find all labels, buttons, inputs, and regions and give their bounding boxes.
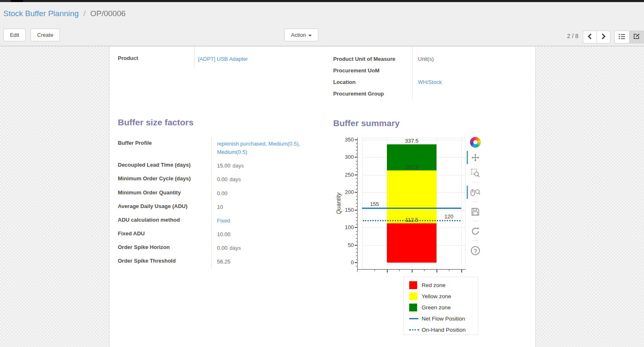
x-minor-tick (399, 270, 400, 271)
field-row-decoupled-lead-time-days: Decoupled Lead Time (days)15.00days (118, 159, 327, 172)
y-minor-tick (356, 213, 358, 214)
field-value-decoupled-lead-time-days: 15.00days (211, 159, 318, 172)
breadcrumb-parent-link[interactable]: Stock Buffer Planning (3, 9, 79, 18)
y-major-tick (355, 192, 358, 193)
legend-label-green-zone: Green zone (422, 304, 451, 311)
pager-previous-button[interactable] (583, 31, 596, 43)
field-label-buffer-profile: Buffer Profile (118, 137, 211, 159)
form-view-icon (634, 34, 640, 39)
y-minor-tick (356, 242, 358, 242)
field-label-order-spike-horizon: Order Spike Horizon (118, 241, 211, 255)
y-tick-label: 350 (339, 136, 354, 143)
legend-label-red-zone: Red zone (422, 282, 446, 288)
v-gridline (461, 138, 462, 269)
chevron-right-icon (601, 34, 606, 39)
create-button[interactable]: Create (31, 29, 60, 41)
field-suffix-decoupled-lead-time-days: days (231, 163, 244, 169)
breadcrumb-current: OP/00006 (90, 9, 126, 18)
legend-dotted-swatch (409, 329, 419, 330)
form-view-button[interactable] (629, 31, 644, 43)
x-minor-tick (374, 270, 375, 271)
buffer-summary-title: Buffer summary (333, 118, 527, 128)
y-minor-tick (356, 249, 358, 249)
zone-label-262.5: 262.5 (387, 164, 436, 170)
help-tool[interactable]: ? (469, 244, 482, 257)
field-row-product-unit-of-measure: Product Unit of MeasureUnit(s) (333, 47, 524, 65)
legend-swatch-yellow-zone (409, 292, 417, 300)
field-text-order-spike-threshold: 56.25 (217, 258, 231, 265)
legend-swatch-red-zone (409, 281, 417, 289)
product-field-group: Product[ADPT] USB Adapter (118, 47, 333, 68)
y-minor-tick (356, 182, 358, 182)
pager-count: 2 / 8 (567, 33, 578, 39)
field-value-procurement-group (412, 88, 524, 99)
wheel-zoom-tool[interactable] (469, 186, 482, 199)
reset-tool[interactable] (469, 225, 482, 237)
line-label-net-flow-position: 155 (362, 201, 387, 208)
toolbar-divider (472, 182, 478, 182)
pan-tool[interactable] (469, 151, 482, 164)
help-tool-icon: ? (471, 246, 480, 255)
y-minor-tick (356, 164, 358, 165)
field-text-fixed-adu: 10.00 (217, 231, 231, 237)
field-value-location: WH/Stock (412, 76, 524, 88)
field-row-order-spike-threshold: Order Spike Threshold56.25 (118, 255, 327, 268)
action-dropdown-button[interactable]: Action (284, 29, 318, 41)
field-link-product[interactable]: [ADPT] USB Adapter (198, 56, 248, 62)
procurement-field-group: Product Unit of MeasureUnit(s)Procuremen… (333, 47, 524, 99)
form-sheet: Product[ADPT] USB Adapter Product Unit o… (109, 47, 536, 347)
x-major-tick (387, 270, 388, 273)
breadcrumb: Stock Buffer Planning / OP/00006 (3, 9, 126, 18)
save-tool[interactable] (469, 206, 482, 218)
x-minor-tick (449, 270, 449, 271)
field-link-buffer-profile[interactable]: replenish purchased, Medium(0.5), Medium… (217, 141, 300, 155)
bokeh-toolbar: ? (467, 136, 482, 260)
zone-yellow-zone (387, 170, 436, 223)
y-tick-label: 300 (339, 154, 354, 160)
field-value-adu-calculation-method: Fixed (211, 214, 318, 227)
field-label-location: Location (333, 76, 412, 88)
y-major-tick (355, 262, 358, 263)
x-minor-tick (424, 270, 425, 271)
toolbar-divider (472, 240, 478, 241)
line-net-flow-position (362, 208, 461, 209)
legend-swatch-green-zone (409, 304, 417, 311)
edit-button[interactable]: Edit (3, 29, 26, 41)
field-label-minimum-order-quantity: Minimum Order Quantity (118, 187, 211, 200)
bokeh-logo[interactable] (469, 136, 482, 148)
legend-line-swatch (409, 318, 418, 319)
box-zoom-tool[interactable] (469, 167, 482, 179)
y-minor-tick (356, 252, 358, 253)
field-label-adu-calculation-method: ADU calculation method (118, 214, 211, 227)
y-minor-tick (356, 178, 358, 179)
list-view-button[interactable] (614, 31, 629, 43)
buffer-summary-chart[interactable]: 050100150200250300350155120112.5262.5337… (335, 136, 484, 276)
x-major-tick (461, 270, 462, 273)
x-major-tick (436, 270, 437, 273)
field-row-buffer-profile: Buffer Profilereplenish purchased, Mediu… (118, 137, 327, 159)
field-label-product: Product (118, 47, 194, 68)
field-value-minimum-order-quantity: 0.00 (211, 187, 318, 200)
y-minor-tick (356, 143, 358, 144)
field-label-decoupled-lead-time-days: Decoupled Lead Time (days) (118, 159, 211, 172)
chevron-left-icon (587, 34, 592, 39)
content-area: Product[ADPT] USB Adapter Product Unit o… (0, 47, 644, 347)
y-minor-tick (356, 171, 358, 172)
field-value-buffer-profile: replenish purchased, Medium(0.5), Medium… (211, 137, 318, 159)
pager-next-button[interactable] (596, 31, 611, 43)
y-major-tick (355, 245, 358, 246)
y-minor-tick (356, 235, 358, 235)
y-minor-tick (356, 266, 358, 266)
field-link-location[interactable]: WH/Stock (418, 79, 442, 85)
y-minor-tick (356, 220, 358, 221)
wheel-zoom-tool-icon (470, 188, 480, 197)
field-suffix-minimum-order-cycle-days: days (227, 176, 241, 182)
field-row-fixed-adu: Fixed ADU10.00 (118, 227, 327, 241)
field-value-minimum-order-cycle-days: 0.00days (211, 172, 318, 186)
y-minor-tick (356, 185, 358, 186)
y-tick-label: 50 (339, 242, 354, 248)
field-link-adu-calculation-method[interactable]: Fixed (217, 218, 230, 224)
y-tick-label: 0 (339, 259, 354, 266)
y-minor-tick (356, 217, 358, 218)
y-minor-tick (356, 161, 358, 161)
